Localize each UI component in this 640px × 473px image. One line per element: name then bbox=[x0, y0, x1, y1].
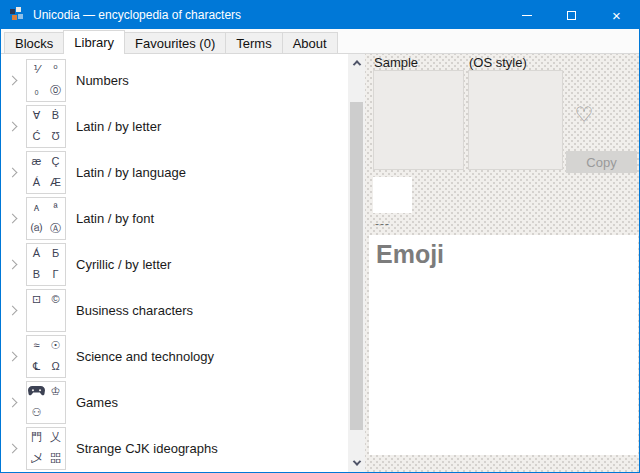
sample-glyph: ♔ bbox=[51, 386, 61, 397]
scroll-down-button[interactable] bbox=[348, 454, 365, 471]
sample-glyph: ⅟ bbox=[33, 64, 39, 75]
description-area: Emoji bbox=[369, 235, 638, 455]
minimize-button[interactable] bbox=[504, 1, 549, 29]
sample-glyph: ⁰ bbox=[53, 64, 57, 75]
tab-about[interactable]: About bbox=[282, 32, 338, 53]
heart-outline-icon: ♡ bbox=[575, 104, 594, 125]
os-style-label: (OS style) bbox=[469, 55, 527, 70]
sample-glyph: ⒜ bbox=[31, 223, 42, 234]
tab-label: Blocks bbox=[15, 36, 53, 51]
tab-library[interactable]: Library bbox=[63, 30, 125, 54]
tree-item[interactable]: ♔⚇ Games bbox=[1, 379, 348, 425]
sample-glyph: ⚇ bbox=[32, 407, 42, 418]
sample-glyph: Ω bbox=[51, 361, 59, 372]
sample-glyph: 門 bbox=[31, 432, 42, 443]
sample-glyph: 乂 bbox=[50, 432, 61, 443]
tree-item[interactable]: ᴀª⒜Ⓐ Latin / by font bbox=[1, 195, 348, 241]
tab-bar: Blocks Library Favourites (0) Terms Abou… bbox=[1, 29, 639, 53]
category-heading: Emoji bbox=[376, 240, 631, 269]
sample-glyph: Ç bbox=[52, 156, 60, 167]
category-glyph-preview: ≈☉℄Ω bbox=[26, 335, 66, 378]
sample-glyph: Б bbox=[52, 248, 59, 259]
os-style-sample-box bbox=[468, 70, 563, 170]
category-glyph-preview: æÇÁÆ bbox=[26, 151, 66, 194]
close-button[interactable]: × bbox=[594, 1, 639, 29]
tree-scrollbar[interactable] bbox=[348, 54, 365, 472]
close-icon: × bbox=[612, 8, 621, 23]
tab-blocks[interactable]: Blocks bbox=[4, 32, 64, 53]
chevron-right-icon[interactable] bbox=[8, 167, 18, 177]
chevron-right-icon[interactable] bbox=[8, 443, 18, 453]
chevron-right-icon[interactable] bbox=[8, 213, 18, 223]
category-tree: ⅟⁰₀⓪ Numbers ⱯḂĆƱ Latin / by letter æÇÁÆ… bbox=[1, 54, 348, 472]
sample-glyph: æ bbox=[32, 156, 42, 167]
tree-item[interactable]: ⅟⁰₀⓪ Numbers bbox=[1, 57, 348, 103]
category-glyph-preview: ♔⚇ bbox=[26, 381, 66, 424]
preview-panel: Sample (OS style) ♡ Copy --- Emoji bbox=[365, 54, 639, 472]
tab-terms[interactable]: Terms bbox=[225, 32, 282, 53]
sample-glyph: Ʊ bbox=[51, 131, 59, 142]
code-point-text: --- bbox=[375, 217, 390, 231]
category-label: Games bbox=[76, 395, 118, 410]
tab-label: About bbox=[293, 36, 327, 51]
tree-item[interactable]: А́БВГ Cyrillic / by letter bbox=[1, 241, 348, 287]
tab-label: Library bbox=[74, 35, 114, 50]
category-label: Strange CJK ideographs bbox=[76, 441, 218, 456]
app-window: Unicodia — encyclopedia of characters × … bbox=[0, 0, 640, 473]
category-glyph-preview: ⊡© bbox=[26, 289, 66, 332]
category-glyph-preview: А́БВГ bbox=[26, 243, 66, 286]
sample-glyph: ₀ bbox=[34, 85, 39, 96]
sample-glyph: Г bbox=[53, 269, 59, 280]
chevron-right-icon[interactable] bbox=[8, 259, 18, 269]
chevron-down-icon bbox=[352, 457, 360, 465]
chevron-right-icon[interactable] bbox=[8, 351, 18, 361]
sample-glyph: В bbox=[33, 269, 40, 280]
maximize-icon bbox=[567, 11, 576, 20]
gamepad-icon bbox=[28, 385, 45, 399]
chevron-up-icon bbox=[352, 60, 360, 68]
sample-box bbox=[373, 70, 464, 170]
sample-glyph: ☉ bbox=[51, 340, 61, 351]
scrollbar-thumb[interactable] bbox=[350, 102, 363, 430]
titlebar: Unicodia — encyclopedia of characters × bbox=[1, 1, 639, 29]
chevron-right-icon[interactable] bbox=[8, 305, 18, 315]
category-label: Latin / by language bbox=[76, 165, 186, 180]
chevron-right-icon[interactable] bbox=[8, 121, 18, 131]
sample-glyph: А́ bbox=[33, 248, 40, 259]
category-label: Science and technology bbox=[76, 349, 214, 364]
scroll-up-button[interactable] bbox=[348, 54, 365, 71]
sample-glyph: ª bbox=[53, 202, 57, 213]
tree-item[interactable]: 門乂乄㗊 Strange CJK ideographs bbox=[1, 425, 348, 471]
tree-item[interactable]: æÇÁÆ Latin / by language bbox=[1, 149, 348, 195]
copy-button[interactable]: Copy bbox=[566, 151, 637, 173]
tab-label: Terms bbox=[236, 36, 271, 51]
sample-glyph: Æ bbox=[50, 177, 61, 188]
window-title: Unicodia — encyclopedia of characters bbox=[33, 8, 504, 22]
chevron-right-icon[interactable] bbox=[8, 75, 18, 85]
sample-glyph: 㗊 bbox=[50, 453, 61, 464]
sample-glyph: ≈ bbox=[33, 340, 39, 351]
category-glyph-preview: ᴀª⒜Ⓐ bbox=[26, 197, 66, 240]
sample-glyph: Ⓐ bbox=[50, 223, 61, 234]
tree-item[interactable]: ≈☉℄Ω Science and technology bbox=[1, 333, 348, 379]
sample-glyph: ℄ bbox=[33, 361, 40, 372]
tab-label: Favourites (0) bbox=[135, 36, 215, 51]
tree-item[interactable]: ⊡© Business characters bbox=[1, 287, 348, 333]
sample-glyph: Ɐ bbox=[33, 110, 41, 121]
category-label: Latin / by font bbox=[76, 211, 154, 226]
category-label: Numbers bbox=[76, 73, 129, 88]
sample-glyph: 乄 bbox=[31, 453, 42, 464]
category-glyph-preview: 門乂乄㗊 bbox=[26, 427, 66, 470]
sample-glyph: Á bbox=[33, 177, 40, 188]
sample-glyph: Ḃ bbox=[52, 110, 59, 121]
sample-glyph: © bbox=[51, 294, 59, 305]
chevron-right-icon[interactable] bbox=[8, 397, 18, 407]
sample-glyph: Ć bbox=[33, 131, 41, 142]
category-label: Latin / by letter bbox=[76, 119, 161, 134]
tree-item[interactable]: ⱯḂĆƱ Latin / by letter bbox=[1, 103, 348, 149]
category-label: Business characters bbox=[76, 303, 193, 318]
favourite-button[interactable]: ♡ bbox=[570, 100, 598, 128]
tab-favourites[interactable]: Favourites (0) bbox=[124, 32, 226, 53]
sample-glyph: ⊡ bbox=[32, 294, 41, 305]
maximize-button[interactable] bbox=[549, 1, 594, 29]
